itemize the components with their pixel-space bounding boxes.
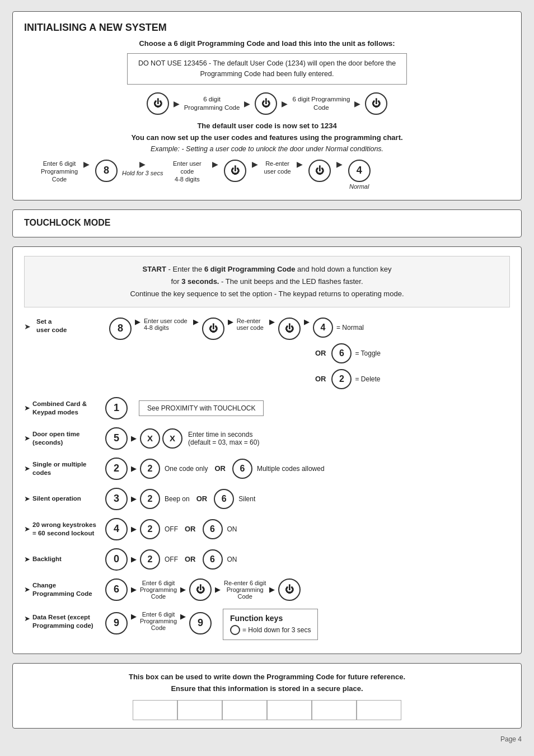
code-cell-1 [133, 700, 177, 720]
code-cell-2 [177, 700, 222, 720]
example-8: 8 [95, 160, 118, 182]
init-step2: 6 digit ProgrammingCode [292, 95, 350, 112]
example-enter-label: Enter 6 digitProgrammingCode [41, 160, 78, 184]
ex-arrow-6: ▶ [336, 160, 343, 169]
key-5: 5 [105, 427, 128, 450]
page-container: INITIALISING A NEW SYSTEM Choose a 6 dig… [12, 11, 522, 743]
power-row1a: ⏻ [202, 318, 224, 340]
example-reenter: Re-enteruser code [264, 160, 291, 176]
key-4: 4 [105, 518, 128, 540]
init-section: INITIALISING A NEW SYSTEM Choose a 6 dig… [12, 11, 522, 200]
start-text: START - Enter the 6 digit Programming Co… [130, 265, 404, 298]
flow-arrow-row1b: ▶ [193, 318, 199, 326]
on-backlight-text: ON [227, 556, 237, 563]
or-2: OR [315, 375, 326, 383]
row-lockout: ➤ 20 wrong keystrokes= 60 second lockout… [24, 518, 510, 540]
key-2-off-backlight: 2 [140, 549, 160, 570]
row-change-prog: ➤ ChangeProgramming Code 6 ▶ Enter 6 dig… [24, 578, 510, 601]
function-keys-title: Function keys [230, 614, 283, 623]
ref-line2: Ensure that this information is stored i… [171, 684, 363, 693]
row-label-2: Combined Card &Keypad modes [32, 400, 105, 417]
init-power-3: ⏻ [365, 92, 387, 115]
flow-arrow-row6: ▶ [131, 525, 137, 533]
key-9-confirm: 9 [189, 612, 212, 634]
row-backlight: ➤ Backlight 0 ▶ 2 OFF OR 6 ON [24, 548, 510, 571]
arrow-3: ▶ [282, 99, 288, 108]
power-row8a: ⏻ [189, 578, 212, 601]
function-keys-section: Function keys = Hold down for 3 secs [223, 609, 318, 640]
default-code-notice: The default user code is now set to 1234 [24, 122, 510, 130]
example-user: Enter user code4-8 digits [167, 160, 207, 184]
ex-power-1: ⏻ [224, 160, 246, 182]
example-note: Example: - Setting a user code to unlock… [24, 145, 510, 153]
init-power-1: ⏻ [147, 92, 169, 115]
or-single: OR [214, 464, 226, 473]
arrow-4: ▶ [354, 99, 360, 108]
ex-power-2: ⏻ [308, 160, 331, 182]
example-4: 4 Normal [348, 160, 371, 190]
ex-arrow-1: ▶ [83, 160, 90, 169]
power-circle-2: ⏻ [255, 92, 277, 115]
normal-label: Normal [349, 183, 369, 190]
example-flow: Enter 6 digitProgrammingCode ▶ 8 ▶ Hold … [24, 160, 510, 190]
function-keys-hold-text: = Hold down for 3 secs [242, 626, 311, 634]
touchlock-title: TOUCHLOCK MODE [24, 218, 510, 228]
step1-label: 6 digitProgramming Code [184, 95, 240, 112]
key-2-off-lockout: 2 [140, 519, 160, 539]
key-9-main: 9 [105, 612, 128, 634]
flow-arrow-row1e: ▶ [304, 318, 310, 326]
power-circle-3: ⏻ [365, 92, 387, 115]
row-arrow-5: ➤ [24, 494, 30, 503]
page-number: Page 4 [12, 735, 522, 743]
row-set-user-code: ➤ Set auser code 8 ▶ Enter user code4-8 … [24, 318, 510, 389]
example-4-circle: 4 [348, 160, 371, 182]
row-silent: ➤ Silent operation 3 ▶ 2 Beep on OR 6 Si… [24, 488, 510, 510]
time-desc: Enter time in seconds(default = 03, max … [188, 431, 259, 446]
flow-arrow-row9b: ▶ [180, 612, 186, 620]
ex-arrow-2: ▶ [139, 160, 146, 169]
code-grid [24, 700, 510, 720]
example-power-1: ⏻ [224, 160, 246, 182]
example-reenter-label: Re-enteruser code [264, 160, 291, 176]
row-label-5: Silent operation [32, 494, 105, 503]
or-lockout: OR [185, 525, 196, 533]
or-backlight: OR [185, 555, 196, 563]
ex-arrow-3: ▶ [212, 160, 218, 169]
key-6-multi: 6 [232, 459, 252, 479]
flow-arrow-row3: ▶ [131, 434, 137, 442]
touchlock-main: START - Enter the 6 digit Programming Co… [12, 246, 522, 654]
multi-code-text: Multiple codes allowed [257, 465, 325, 473]
off-lockout-text: OFF [165, 525, 178, 533]
flow-arrow-row8d: ▶ [269, 585, 275, 594]
row-arrow-8: ➤ [24, 585, 30, 594]
key-6-silent: 6 [214, 489, 234, 509]
hold-circle-icon [230, 625, 240, 635]
key-8: 8 [109, 318, 132, 340]
proximity-box: See PROXIMITY with TOUCHLOCK [139, 400, 264, 416]
reenter-6digit-label: Re-enter 6 digitProgrammingCode [224, 580, 266, 600]
silent-text: Silent [238, 495, 255, 503]
example-power-2: ⏻ [308, 160, 331, 182]
row-label-8: ChangeProgramming Code [32, 581, 105, 598]
user-code-options: 4 = Normal OR 6 = Toggle OR 2 = Delete [313, 318, 381, 389]
enter-6digit-label: Enter 6 digitProgrammingCode [140, 580, 177, 600]
example-enter: Enter 6 digitProgrammingCode [41, 160, 78, 184]
power-circle-1: ⏻ [147, 92, 169, 115]
ref-line1: This box can be used to write down the P… [129, 673, 405, 681]
ref-text-1: This box can be used to write down the P… [24, 671, 510, 695]
flow-arrow-row4: ▶ [131, 464, 137, 473]
key-4-normal: 4 [313, 318, 333, 338]
key-2-delete: 2 [331, 369, 352, 389]
power-row8b: ⏻ [278, 578, 301, 601]
function-keys-hold: = Hold down for 3 secs [230, 625, 311, 635]
key-6-main: 6 [105, 578, 128, 601]
init-step1: 6 digitProgramming Code [184, 95, 240, 112]
example-8-circle: 8 [95, 160, 118, 182]
delete-equals: = Delete [355, 375, 380, 383]
x-circle-1: X [140, 428, 160, 449]
key-6-on-backlight: 6 [203, 549, 223, 570]
key-0: 0 [105, 548, 128, 571]
key-3: 3 [105, 488, 128, 510]
row-arrow-3: ➤ [24, 434, 30, 442]
row-arrow-1: ➤ [24, 322, 31, 331]
